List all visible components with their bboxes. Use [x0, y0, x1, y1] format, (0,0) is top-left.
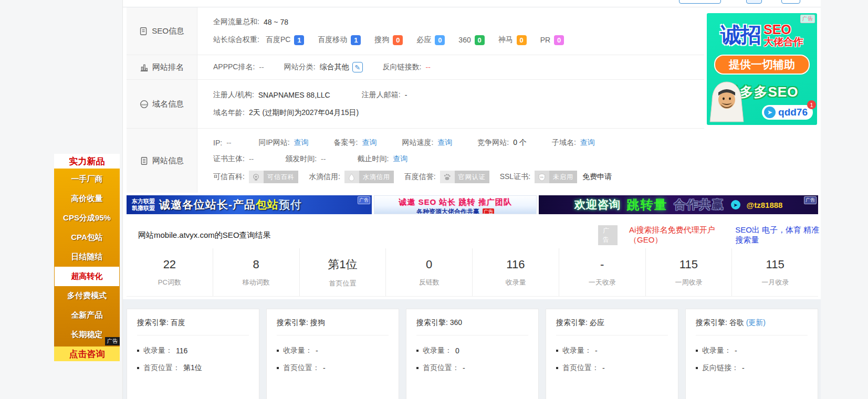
left-gold-ad[interactable]: 实力新品 一手厂商 高价收量 CPS分成95% CPA包站 日结随结 超高转化 …	[54, 154, 120, 361]
bullet	[696, 367, 698, 369]
bar-chart-icon	[140, 63, 149, 72]
email-value: -	[405, 91, 407, 99]
engine-name: 谷歌	[729, 318, 744, 327]
icp-query-link[interactable]: 查询	[362, 138, 377, 148]
engine-prefix: 搜索引擎:	[696, 318, 727, 327]
ad-subline-2: 大佬合作	[764, 37, 803, 47]
ip-field: IP:--	[213, 139, 231, 147]
backlink-label: 反向链接数:	[383, 62, 422, 72]
svg-text:www: www	[141, 102, 148, 106]
engine-name: 百度	[171, 318, 185, 327]
gold-ad-item[interactable]: 多付费模式	[54, 286, 120, 306]
item-key: 收录量：	[562, 346, 592, 355]
weight-badge[interactable]: 0	[475, 35, 485, 45]
partial-button[interactable]	[781, 0, 800, 4]
gold-ad-item[interactable]: 高价收量	[54, 189, 120, 208]
gold-ad-item[interactable]: 全新产品	[54, 306, 120, 325]
same-ip-sites: 同IP网站:查询	[258, 138, 308, 148]
banner-ad-tiaozhuan[interactable]: 欢迎咨询 跳转量 合作共赢 ➤ @tz81888 广告	[539, 195, 818, 214]
file-icon	[139, 27, 148, 36]
item-key: 收录量：	[283, 346, 312, 355]
ad-tag: 广告	[598, 225, 618, 245]
water-drop-icon	[344, 171, 359, 183]
registrant: 注册人/机构:SNAPNAMES 88,LLC	[213, 90, 330, 100]
partial-button[interactable]	[679, 0, 721, 4]
website-info-content: IP:-- 同IP网站:查询 备案号:查询 网站速度:查询 竞争网站:0 个 子…	[197, 129, 704, 193]
subdomains: 子域名:查询	[552, 138, 595, 148]
card-item: 首页位置：-	[277, 363, 389, 373]
text-ad-red[interactable]: Ai搜索排名免费代理开户（GEO）	[629, 225, 724, 245]
stat-value: 0	[426, 258, 432, 271]
ad-tag: 广告	[358, 196, 370, 204]
gold-ad-item[interactable]: CPA包站	[54, 228, 120, 247]
banner-line1: 诚邀 SEO 站长 跳转 推广团队	[374, 197, 536, 207]
engine-card-google: 搜索引擎: 谷歌 (更新) 收录量：- 反向链接：-	[685, 309, 818, 399]
weight-360: 3600	[458, 35, 484, 45]
telegram-contact-pill[interactable]: ➤ qdd76 1	[762, 105, 813, 120]
stat-value: -	[600, 258, 604, 271]
table-row: 网站信息 IP:-- 同IP网站:查询 备案号:查询 网站速度:查询 竞争网站:…	[127, 129, 704, 193]
category-label: 网站分类:	[284, 62, 316, 72]
subdomain-label: 子域名:	[552, 138, 576, 148]
table-row: SEO信息 全网流量总和: 48 ~ 78 站长综合权重: 百度PC1 百度移动…	[127, 7, 704, 55]
icp-label: 备案号:	[334, 138, 358, 148]
text-ad-blue[interactable]: SEO出 电子，体育 精准搜索量	[735, 225, 821, 245]
weight-name: 必应	[416, 35, 431, 45]
stat-pc-words: 22PC词数	[127, 248, 213, 296]
bullet	[277, 350, 279, 352]
engine-cards: 搜索引擎: 百度 收录量：116 首页位置：第1位 搜索引擎: 搜狗 收录量：-…	[127, 309, 818, 399]
weight-badge[interactable]: 1	[294, 35, 304, 45]
update-link[interactable]: (更新)	[746, 318, 766, 327]
item-key: 首页位置：	[562, 363, 599, 373]
weight-bing: 必应0	[416, 35, 445, 45]
ad-tag: 广告	[483, 208, 494, 214]
ad-tag: 广告	[804, 196, 817, 204]
edit-category-icon[interactable]: ✎	[352, 62, 363, 72]
item-value: 116	[176, 346, 187, 355]
card-item: 收录量：-	[696, 346, 808, 355]
weight-badge[interactable]: 1	[351, 35, 361, 45]
traffic-label: 全网流量总和:	[213, 17, 259, 27]
competitor-sites: 竞争网站:0 个	[477, 138, 527, 148]
svg-text:SSL: SSL	[540, 176, 543, 178]
bullet	[416, 367, 419, 369]
teal-seo-ad-banner[interactable]: 广告 诚招 SEO 大佬合作 提供一切辅助 钱多多SEO ➤ qdd76 1	[707, 13, 817, 125]
weight-sogou: 搜狗0	[374, 35, 403, 45]
stat-value: 116	[506, 258, 525, 271]
weight-badge[interactable]: 0	[435, 35, 445, 45]
expire-query-link[interactable]: 查询	[393, 154, 407, 164]
row-label-text: 域名信息	[152, 99, 184, 109]
gold-ad-item[interactable]: 日结随结	[54, 247, 120, 267]
gold-ad-item[interactable]: 一手厂商	[54, 170, 120, 189]
issue-label: 颁发时间:	[285, 154, 317, 164]
traffic-value: 48 ~ 78	[264, 18, 288, 26]
banner-corner-line2: 凯撒联盟	[132, 205, 155, 212]
engine-name: 360	[450, 318, 462, 327]
ssl-free-apply-link[interactable]: 免费申请	[582, 172, 612, 182]
speed-query-link[interactable]: 查询	[437, 138, 452, 148]
same-ip-query-link[interactable]: 查询	[294, 138, 309, 148]
gold-ad-consult-button[interactable]: 点击咨询	[54, 346, 120, 361]
item-value: 0	[455, 346, 459, 355]
gold-ad-item[interactable]: CPS分成95%	[54, 208, 120, 228]
partial-button[interactable]	[746, 0, 762, 4]
stat-label: 收录量	[505, 278, 526, 287]
card-item: 首页位置：第1位	[137, 363, 249, 373]
banner-corner-line1: 东方联盟	[132, 198, 155, 205]
row-label-seo-info: SEO信息	[127, 7, 197, 55]
weight-badge[interactable]: 0	[554, 35, 564, 45]
site-speed: 网站速度:查询	[402, 138, 452, 148]
gold-ad-item-highlighted[interactable]: 超高转化	[55, 267, 119, 286]
banner-ad-dongfang[interactable]: 东方联盟 凯撒联盟 诚邀各位站长-产品包站预付 广告	[127, 195, 372, 214]
stat-label: 反链数	[419, 278, 440, 287]
weight-shenma: 神马0	[498, 35, 527, 45]
weight-badge[interactable]: 0	[517, 35, 527, 45]
subdomain-query-link[interactable]: 查询	[580, 138, 595, 148]
drop-label: 水滴信用:	[309, 172, 340, 182]
cert-label: 证书主体:	[213, 154, 245, 164]
age-value: 2天 (过期时间为2027年04月15日)	[249, 108, 359, 118]
weight-baidu-mobile: 百度移动1	[318, 35, 361, 45]
banner-ad-seo-team[interactable]: 诚邀 SEO 站长 跳转 推广团队 各种资源大佬合作共赢 广告	[374, 195, 537, 214]
weight-badge[interactable]: 0	[393, 35, 403, 45]
weight-label: 站长综合权重:	[213, 35, 259, 45]
